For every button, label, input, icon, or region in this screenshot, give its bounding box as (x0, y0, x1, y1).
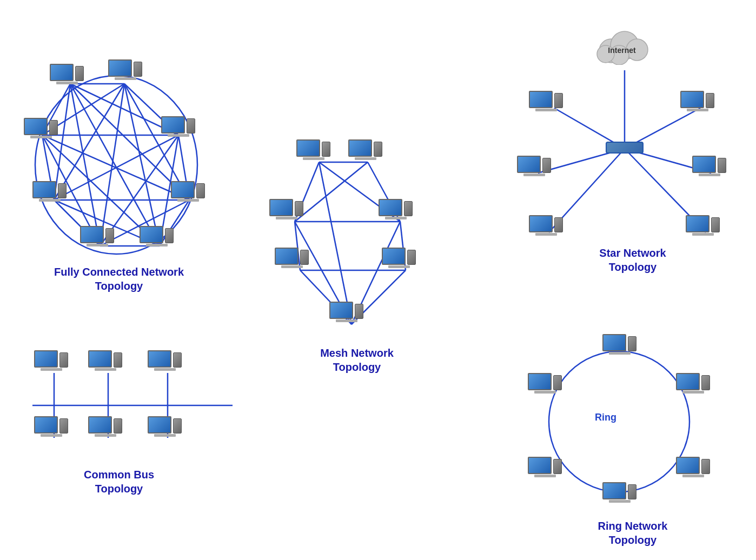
fc-computer-topright (161, 116, 195, 137)
ring-computer-topright (676, 373, 710, 394)
svg-point-59 (611, 31, 639, 59)
svg-line-2 (124, 84, 160, 246)
star-computer-botright (686, 215, 720, 236)
ring-computer-botright (676, 457, 710, 477)
star-computer-midright (692, 156, 726, 176)
svg-point-58 (599, 39, 623, 63)
svg-text:Internet: Internet (608, 46, 636, 55)
bus-computer-5 (88, 416, 122, 437)
fc-computer-bottomleft (32, 181, 67, 202)
svg-line-21 (70, 84, 160, 246)
svg-point-57 (549, 351, 689, 492)
internet-cloud: Internet (589, 23, 654, 65)
ring-computer-topleft (528, 373, 562, 394)
star-computer-topright (680, 91, 714, 111)
bus-computer-6 (148, 416, 182, 437)
star-computer-botleft (529, 215, 563, 236)
ring-computer-botleft (528, 457, 562, 477)
mesh-label: Mesh NetworkTopology (297, 346, 416, 374)
mesh-computer-7 (329, 302, 363, 322)
svg-line-32 (319, 162, 352, 324)
svg-line-24 (70, 84, 100, 246)
mesh-computer-5 (275, 248, 309, 268)
fc-computer-right (171, 181, 205, 202)
mesh-computer-6 (382, 248, 416, 268)
common-bus-label: Common BusTopology (32, 468, 205, 496)
star-computer-midleft (517, 156, 551, 176)
fc-computer-left (24, 118, 58, 138)
bus-computer-2 (88, 350, 122, 371)
star-label: Star NetworkTopology (573, 246, 692, 274)
svg-line-10 (54, 135, 178, 200)
svg-point-60 (626, 39, 648, 61)
mesh-computer-4 (379, 199, 413, 219)
ring-inner-label: Ring (595, 412, 616, 423)
fully-connected-label: Fully Connected NetworkTopology (32, 265, 205, 293)
mesh-computer-1 (296, 139, 330, 160)
svg-line-34 (295, 162, 368, 222)
ring-computer-bottom (602, 482, 636, 503)
svg-line-3 (100, 84, 124, 246)
fc-computer-top (108, 59, 142, 80)
fc-computer-bottomright (140, 226, 174, 246)
star-computer-topleft (529, 91, 563, 111)
svg-point-61 (609, 45, 629, 65)
star-switch (606, 142, 644, 154)
bus-computer-3 (148, 350, 182, 371)
ring-label: Ring NetworkTopology (573, 519, 692, 547)
ring-computer-top (602, 334, 636, 355)
mesh-computer-2 (348, 139, 382, 160)
svg-point-62 (597, 45, 614, 63)
bus-computer-4 (34, 416, 68, 437)
fc-computer-bottom (80, 226, 114, 246)
fc-computer-topleft (50, 64, 84, 84)
bus-computer-1 (34, 350, 68, 371)
mesh-computer-3 (269, 199, 303, 219)
